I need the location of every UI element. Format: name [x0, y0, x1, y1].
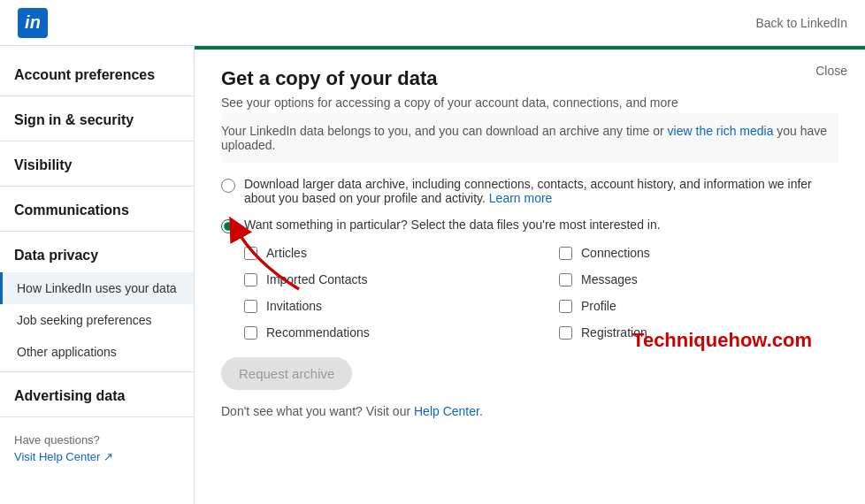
radio-large-archive[interactable] [221, 179, 235, 193]
request-archive-button[interactable]: Request archive [221, 357, 352, 390]
checkbox-profile-label: Profile [581, 299, 616, 313]
checkbox-item-connections: Connections [559, 246, 838, 260]
checkbox-articles-label: Articles [266, 246, 307, 260]
checkbox-messages-label: Messages [581, 272, 638, 286]
checkbox-invitations[interactable] [244, 300, 257, 313]
checkbox-articles[interactable] [244, 247, 257, 260]
info-box: Your LinkedIn data belongs to you, and y… [221, 113, 838, 163]
sidebar-item-advertising-data[interactable]: Advertising data [0, 376, 194, 413]
sidebar-item-other-applications[interactable]: Other applications [0, 336, 194, 368]
checkbox-connections-label: Connections [581, 246, 650, 260]
divider-4 [0, 231, 194, 232]
sidebar-item-account-preferences[interactable]: Account preferences [0, 55, 194, 92]
radio-specific[interactable] [221, 219, 235, 233]
back-to-linkedin-link[interactable]: Back to LinkedIn [755, 16, 847, 30]
page-subtitle: See your options for accessing a copy of… [221, 95, 838, 110]
checkbox-item-registration: Registration [559, 325, 838, 340]
divider-1 [0, 95, 194, 96]
linkedin-logo: in [18, 8, 48, 38]
checkbox-item-articles: Articles [244, 246, 524, 260]
sidebar-item-sign-in-security[interactable]: Sign in & security [0, 100, 194, 137]
checkbox-item-messages: Messages [559, 272, 838, 286]
checkbox-invitations-label: Invitations [266, 299, 322, 313]
close-button[interactable]: Close [815, 64, 847, 78]
main-layout: Account preferences Sign in & security V… [0, 46, 865, 504]
sidebar-item-visibility[interactable]: Visibility [0, 145, 194, 182]
external-link-icon: ↗ [103, 450, 113, 463]
checkbox-imported-contacts[interactable] [244, 273, 257, 286]
divider-5 [0, 371, 194, 372]
rich-media-link[interactable]: view the rich media [668, 124, 774, 138]
checkbox-item-recommendations: Recommendations [244, 325, 524, 340]
checkbox-item-invitations: Invitations [244, 299, 524, 313]
sidebar-footer: Have questions? Visit Help Center ↗ [0, 421, 194, 476]
sidebar-item-communications[interactable]: Communications [0, 190, 194, 227]
learn-more-link[interactable]: Learn more [489, 191, 553, 205]
radio-option-specific: Want something in particular? Select the… [221, 218, 838, 233]
sidebar-item-how-linkedin-uses[interactable]: How LinkedIn uses your data [0, 272, 194, 304]
checkbox-connections[interactable] [559, 247, 572, 260]
checkbox-item-profile: Profile [559, 299, 838, 313]
sidebar: Account preferences Sign in & security V… [0, 46, 195, 504]
divider-2 [0, 141, 194, 141]
help-center-link[interactable]: Help Center [414, 404, 479, 418]
checkbox-recommendations-label: Recommendations [266, 325, 370, 340]
divider-3 [0, 186, 194, 187]
app-header: in Back to LinkedIn [0, 0, 865, 46]
sidebar-item-data-privacy[interactable]: Data privacy [0, 235, 194, 272]
page-title: Get a copy of your data [221, 67, 838, 90]
checkbox-item-imported-contacts: Imported Contacts [244, 272, 524, 286]
visit-help-center-link[interactable]: Visit Help Center ↗ [14, 450, 180, 463]
sidebar-item-job-seeking[interactable]: Job seeking preferences [0, 304, 194, 336]
divider-6 [0, 416, 194, 417]
have-questions-text: Have questions? [14, 433, 180, 447]
checkbox-messages[interactable] [559, 273, 572, 286]
checkbox-registration[interactable] [559, 326, 572, 340]
checkbox-profile[interactable] [559, 300, 572, 313]
info-text-before: Your LinkedIn data belongs to you, and y… [221, 124, 668, 138]
checkbox-imported-contacts-label: Imported Contacts [266, 272, 367, 286]
content-area: Close Get a copy of your data See your o… [195, 46, 865, 504]
checkbox-grid: Articles Connections Imported Contacts M… [244, 246, 838, 340]
checkbox-recommendations[interactable] [244, 326, 257, 340]
checkbox-registration-label: Registration [581, 325, 647, 340]
content-inner: Close Get a copy of your data See your o… [195, 50, 865, 436]
radio-option-2-label: Want something in particular? Select the… [244, 218, 661, 232]
dont-see-text: Don't see what you want? Visit our Help … [221, 404, 838, 418]
radio-option-large-archive: Download larger data archive, including … [221, 177, 838, 205]
